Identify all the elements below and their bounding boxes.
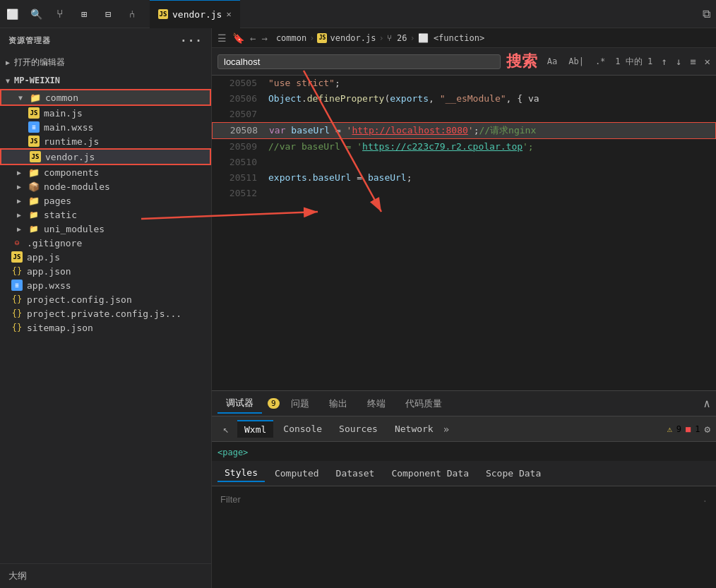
devtools-tab-network[interactable]: Network	[388, 421, 441, 437]
tree-item-main-js[interactable]: JS main.js	[0, 106, 211, 120]
node-modules-arrow: ▶	[17, 183, 24, 191]
uni-modules-arrow: ▶	[17, 225, 24, 233]
line-num-20507: 20507	[212, 107, 268, 122]
sidebar-bottom-outline[interactable]: 大纲	[0, 563, 211, 588]
line-num-20510: 20510	[212, 155, 268, 170]
search-label: 搜索	[506, 51, 537, 72]
git-icon[interactable]: ⑂	[54, 8, 66, 20]
tab-debugger[interactable]: 调试器	[217, 394, 262, 414]
tree-item-common[interactable]: ▼ 📁 common	[0, 89, 211, 106]
sidebar-more-icon[interactable]: ···	[180, 34, 203, 47]
error-icon: ■	[686, 424, 691, 434]
tree-item-static[interactable]: ▶ 📁 static	[0, 208, 211, 222]
whole-word-btn[interactable]: Ab|	[564, 55, 588, 68]
components-arrow: ▶	[17, 169, 24, 176]
tree-item-gitignore[interactable]: ⊖ .gitignore	[0, 236, 211, 250]
main-js-label: main.js	[44, 108, 83, 119]
tab-output[interactable]: 输出	[321, 395, 356, 413]
tab-js-icon: JS	[158, 9, 168, 19]
tree-item-app-wxss[interactable]: ≡ app.wxss	[0, 278, 211, 292]
breadcrumb-function: ⬜ <function>	[418, 33, 484, 43]
tree-item-vendor-js[interactable]: JS vendor.js	[0, 148, 211, 165]
code-line-20507: 20507	[212, 107, 716, 122]
search-next-btn[interactable]: ↓	[673, 54, 684, 68]
tab-code-quality[interactable]: 代码质量	[397, 395, 451, 413]
gear-icon[interactable]: ⚙	[705, 424, 710, 435]
pointer-icon[interactable]: ↖	[217, 421, 234, 438]
styles-tab-computed[interactable]: Computed	[268, 465, 326, 481]
project-config-label: project.config.json	[27, 294, 132, 305]
bookmark-icon[interactable]: 🔖	[232, 32, 244, 44]
project-toggle[interactable]: ▼ MP-WEIXIN	[0, 73, 211, 88]
tab-vendor-js[interactable]: JS vendor.js ✕	[150, 0, 240, 28]
open-editors-arrow: ▶	[6, 59, 10, 66]
back-icon[interactable]: ←	[250, 32, 256, 44]
forward-icon[interactable]: →	[261, 32, 267, 44]
search-icon[interactable]: 🔍	[30, 8, 42, 20]
tree-item-components[interactable]: ▶ 📁 components	[0, 165, 211, 179]
breadcrumb-common: common	[276, 33, 306, 43]
search-input-wrapper[interactable]	[217, 54, 501, 69]
tree-item-main-wxss[interactable]: ≡ main.wxss	[0, 120, 211, 134]
outline-label: 大纲	[8, 570, 27, 581]
debugger-badge: 9	[268, 398, 280, 409]
styles-tab-component-data[interactable]: Component Data	[384, 465, 476, 481]
tree-item-project-config[interactable]: {} project.config.json	[0, 292, 211, 306]
devtools-more-icon[interactable]: »	[443, 424, 449, 435]
project-config-icon: {}	[11, 294, 23, 305]
code-editor[interactable]: 20505 "use strict"; 20506 Object.defineP…	[212, 76, 716, 390]
components-icon: 📁	[28, 167, 40, 178]
layout-icon[interactable]: ⊞	[78, 8, 90, 20]
tree-item-runtime-js[interactable]: JS runtime.js	[0, 134, 211, 148]
styles-tab-scope-data[interactable]: Scope Data	[479, 465, 548, 481]
open-editors-toggle[interactable]: ▶ 打开的编辑器	[0, 54, 211, 71]
filter-input[interactable]	[220, 494, 339, 505]
panel-close-btn[interactable]: ∧	[703, 397, 710, 410]
tree-item-sitemap[interactable]: {} sitemap.json	[0, 320, 211, 335]
breadcrumb-line: ⑂ 26	[387, 33, 407, 43]
code-line-20505: 20505 "use strict";	[212, 76, 716, 91]
grid-icon[interactable]: ⊟	[102, 8, 114, 20]
main-js-icon: JS	[28, 107, 40, 119]
panel-tabs: 调试器 9 问题 输出 终端 代码质量 ∧	[212, 391, 716, 416]
branch-icon[interactable]: ⑃	[126, 8, 138, 20]
styles-tab-styles[interactable]: Styles	[217, 464, 265, 482]
tab-terminal[interactable]: 终端	[359, 395, 394, 413]
tab-label: vendor.js	[172, 9, 222, 20]
search-prev-btn[interactable]: ↑	[658, 54, 669, 68]
open-editors-label: 打开的编辑器	[14, 56, 65, 68]
regex-btn[interactable]: .*	[591, 55, 609, 68]
styles-tab-dataset[interactable]: Dataset	[329, 465, 382, 481]
search-close-btn[interactable]: ✕	[705, 56, 710, 67]
split-editor-icon[interactable]: ⧉	[703, 7, 710, 20]
filter-dot: .	[703, 494, 708, 504]
devtools-tab-wxml[interactable]: Wxml	[237, 420, 273, 438]
common-arrow: ▼	[18, 94, 25, 102]
tree-item-pages[interactable]: ▶ 📁 pages	[0, 193, 211, 208]
sidebar-header: 资源管理器 ···	[0, 28, 211, 53]
sitemap-icon: {}	[11, 322, 23, 333]
search-input[interactable]	[224, 56, 494, 67]
tab-issues[interactable]: 问题	[282, 395, 318, 413]
list-icon[interactable]: ☰	[217, 32, 227, 44]
title-bar: ⬜ 🔍 ⑂ ⊞ ⊟ ⑃ JS vendor.js ✕ ⧉	[0, 0, 716, 28]
tree-item-node-modules[interactable]: ▶ 📦 node-modules	[0, 179, 211, 193]
code-line-20506: 20506 Object.defineProperty(exports, "__…	[212, 91, 716, 107]
devtools-tab-sources[interactable]: Sources	[332, 421, 385, 437]
line-num-20511: 20511	[212, 170, 268, 186]
tree-item-app-js[interactable]: JS app.js	[0, 250, 211, 264]
line-num-20512: 20512	[212, 186, 268, 201]
search-all-btn[interactable]: ≡	[687, 54, 698, 68]
breadcrumb-sep-1: ›	[309, 33, 314, 43]
search-bar: 搜索 Aa Ab| .* 1 中的 1 ↑ ↓ ≡ ✕	[212, 48, 716, 76]
tree-item-app-json[interactable]: {} app.json	[0, 264, 211, 278]
devtools-tab-console[interactable]: Console	[276, 421, 329, 437]
project-private-label: project.private.config.js...	[27, 308, 181, 319]
breadcrumb-sep-2: ›	[379, 33, 384, 43]
tab-close-button[interactable]: ✕	[226, 9, 231, 19]
copy-icon[interactable]: ⬜	[6, 8, 18, 20]
search-nav: ↑ ↓ ≡	[658, 54, 698, 68]
tree-item-project-private[interactable]: {} project.private.config.js...	[0, 306, 211, 320]
tree-item-uni-modules[interactable]: ▶ 📁 uni_modules	[0, 222, 211, 236]
case-sensitive-btn[interactable]: Aa	[543, 55, 561, 68]
